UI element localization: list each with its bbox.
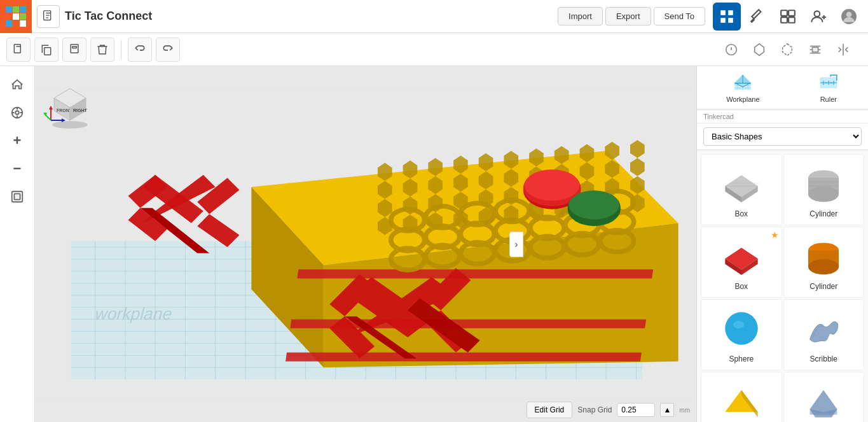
svg-rect-3 (720, 18, 726, 23)
shapes-grid: Box Cylinder (697, 150, 868, 422)
svg-rect-6 (789, 10, 795, 16)
ruler-label: Ruler (820, 95, 837, 103)
svg-point-154 (569, 190, 619, 219)
svg-point-151 (525, 169, 580, 200)
cylinder-orange-preview (798, 234, 849, 278)
svg-rect-68 (286, 353, 642, 362)
shape-item-extra-2[interactable] (783, 372, 865, 422)
3d-scene: workplane (35, 66, 696, 422)
user-avatar-button[interactable] (835, 3, 863, 31)
align-icon-button[interactable] (803, 38, 827, 62)
snap-value-input[interactable] (617, 403, 655, 417)
group-icon-button[interactable] (747, 38, 771, 62)
shape-item-extra-1[interactable] (701, 372, 782, 422)
svg-point-192 (808, 186, 839, 202)
shape-item-scribble[interactable]: Scribble (783, 299, 865, 370)
bottom-bar: Edit Grid Snap Grid ▲ mm (520, 398, 696, 422)
ruler-tool[interactable]: Ruler (818, 73, 839, 103)
project-title: Tic Tac Connect (65, 10, 152, 23)
svg-rect-7 (781, 17, 787, 23)
svg-rect-15 (45, 47, 51, 55)
home-view-button[interactable] (5, 73, 29, 97)
rotate-view-button[interactable] (5, 101, 29, 125)
shape-item-box-grey[interactable]: Box (701, 154, 782, 225)
svg-rect-8 (789, 17, 795, 23)
right-panel: Workplane Ruler Tinkercad (696, 66, 868, 422)
new-button[interactable] (6, 38, 31, 62)
left-nav: + − (0, 66, 35, 422)
fit-view-button[interactable] (5, 185, 29, 209)
svg-rect-5 (781, 10, 787, 16)
shape-item-cylinder-orange[interactable]: Cylinder (783, 227, 865, 298)
svg-marker-19 (755, 43, 764, 55)
shapes-selector: Basic Shapes Featured Text & Numbers (697, 123, 868, 150)
export-button[interactable]: Export (605, 7, 651, 25)
svg-rect-17 (72, 46, 77, 48)
svg-rect-28 (14, 193, 20, 199)
shapes-dropdown[interactable]: Basic Shapes Featured Text & Numbers (703, 127, 862, 146)
header-action-buttons: Import Export Send To (558, 7, 705, 25)
workplane-label: Workplane (726, 95, 759, 103)
orientation-cube[interactable]: FRONT RIGHT (41, 73, 92, 123)
topbar: Tic Tac Connect Import Export Send To (0, 0, 868, 33)
import-button[interactable]: Import (558, 7, 603, 25)
note-icon-button[interactable] (719, 38, 743, 62)
cylinder-orange-label: Cylinder (809, 282, 837, 291)
box-red-preview (716, 234, 767, 278)
scribble-label: Scribble (810, 355, 837, 363)
cylinder-grey-label: Cylinder (809, 209, 837, 218)
svg-rect-16 (71, 44, 78, 52)
redo-button[interactable] (156, 38, 180, 62)
document-icon[interactable] (37, 5, 60, 28)
workplane-tool[interactable]: Workplane (726, 73, 759, 103)
svg-marker-164 (49, 106, 53, 109)
svg-marker-20 (783, 43, 792, 55)
toolbar (0, 33, 868, 66)
box-red-label: Box (734, 282, 748, 291)
ungroup-icon-button[interactable] (775, 38, 799, 62)
shape-item-sphere-blue[interactable]: Sphere (701, 299, 782, 370)
svg-point-203 (733, 321, 744, 328)
main-area: + − (0, 66, 868, 422)
shape-item-cylinder-grey[interactable]: Cylinder (783, 154, 865, 225)
delete-button[interactable] (90, 38, 114, 62)
toolbar-separator-1 (121, 40, 121, 59)
svg-point-155 (52, 121, 88, 129)
apps-grid-icon-button[interactable] (713, 3, 741, 31)
extra-shape-2-preview (798, 379, 849, 422)
svg-point-9 (815, 11, 820, 17)
gallery-icon-button[interactable] (774, 3, 802, 31)
tools-icon-button[interactable] (743, 3, 771, 31)
toolbar-center-group (719, 38, 855, 62)
svg-rect-2 (728, 10, 733, 15)
shape-item-box-red[interactable]: ★ Box (701, 227, 782, 298)
svg-rect-14 (14, 44, 20, 52)
sphere-blue-label: Sphere (729, 355, 754, 363)
svg-point-201 (808, 259, 839, 274)
snap-increment-button[interactable]: ▲ (660, 403, 674, 417)
viewport[interactable]: workplane (35, 66, 696, 422)
zoom-minus-button[interactable]: − (5, 157, 29, 181)
right-panel-tools: Workplane Ruler (697, 66, 868, 110)
paste-button[interactable] (62, 38, 86, 62)
edit-grid-button[interactable]: Edit Grid (527, 402, 573, 418)
svg-rect-66 (297, 269, 653, 278)
copy-button[interactable] (34, 38, 59, 62)
tinkercad-logo[interactable] (0, 0, 32, 33)
scribble-preview (798, 306, 849, 351)
send-to-button[interactable]: Send To (654, 7, 705, 25)
star-badge: ★ (771, 230, 779, 240)
svg-text:workplane: workplane (92, 304, 175, 323)
svg-rect-24 (812, 47, 818, 52)
panel-chevron-button[interactable]: › (509, 232, 523, 257)
snap-grid-label: Snap Grid (577, 405, 612, 414)
undo-button[interactable] (128, 38, 152, 62)
svg-rect-4 (728, 18, 733, 23)
mirror-icon-button[interactable] (831, 38, 855, 62)
svg-rect-1 (720, 10, 726, 15)
add-user-icon-button[interactable] (804, 3, 832, 31)
zoom-plus-button[interactable]: + (5, 129, 29, 153)
cylinder-grey-preview (798, 161, 849, 206)
topbar-right-nav (713, 3, 863, 31)
unit-label: mm (679, 407, 690, 414)
